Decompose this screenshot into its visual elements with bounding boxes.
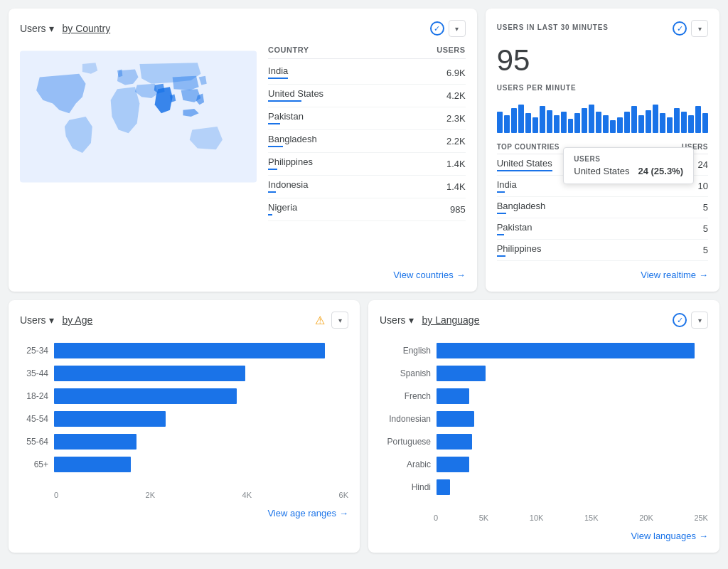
lang-x-axis-label: 0 xyxy=(434,514,438,522)
age-bar-fill xyxy=(54,457,131,472)
svg-rect-0 xyxy=(20,50,257,182)
lang-bar-fill xyxy=(437,479,450,495)
age-dropdown-btn[interactable]: ▾ xyxy=(331,312,348,329)
tooltip-value: 24 (25.3%) xyxy=(638,166,683,176)
country-value-cell: 6.9K xyxy=(446,68,466,78)
country-bar xyxy=(268,169,277,170)
age-card-header: Users ▾ by Age ⚠ ▾ xyxy=(20,312,348,329)
lang-dropdown-arrow[interactable]: ▾ xyxy=(409,314,414,326)
mini-chart-bar xyxy=(653,105,658,133)
age-bar-bg xyxy=(54,457,348,472)
lang-x-axis-label: 10K xyxy=(530,514,544,522)
country-bar xyxy=(268,146,283,147)
lang-bar-row: Hindi xyxy=(380,479,708,495)
country-card-header: Users ▾ by Country ✓ ▾ xyxy=(20,20,466,37)
country-name-cell: Bangladesh xyxy=(268,134,317,144)
age-chart: 25-34 35-44 18-24 45-54 55-64 xyxy=(20,337,348,485)
age-warn-icon: ⚠ xyxy=(313,313,327,327)
mini-chart-bar xyxy=(646,110,651,133)
mini-chart-bar xyxy=(511,108,517,133)
tooltip-label: USERS xyxy=(574,155,683,163)
rt-country-name: United States xyxy=(497,158,552,169)
lang-bar-bg xyxy=(437,479,708,495)
view-age-link[interactable]: View age ranges → xyxy=(20,508,348,519)
country-table: COUNTRY USERS India 6.9K United States 4… xyxy=(268,46,466,261)
country-table-row: Bangladesh 2.2K xyxy=(268,130,466,153)
country-bar xyxy=(268,100,301,102)
view-countries-link[interactable]: View countries → xyxy=(20,270,466,280)
rt-value-cell: 10 xyxy=(698,181,708,191)
lang-bar-fill xyxy=(437,343,695,358)
mini-chart-bar xyxy=(681,112,687,133)
country-name-cell: India xyxy=(268,65,288,76)
age-bar-row: 35-44 xyxy=(20,366,348,381)
col-users-header: USERS xyxy=(437,46,465,54)
mini-chart-bar xyxy=(603,115,609,133)
tooltip-content: United States 24 (25.3%) xyxy=(574,166,683,176)
mini-chart-bar xyxy=(547,110,552,133)
country-table-row: Nigeria 985 xyxy=(268,198,466,221)
rt-value-cell: 5 xyxy=(703,245,708,255)
country-dropdown-arrow[interactable]: ▾ xyxy=(49,23,54,34)
view-realtime-link[interactable]: View realtime → xyxy=(497,270,708,280)
mini-chart-bar xyxy=(497,112,503,133)
country-name-cell: Pakistan xyxy=(268,111,304,122)
lang-bar-fill xyxy=(437,366,486,381)
lang-x-axis-label: 25K xyxy=(694,514,708,522)
mini-chart-bar xyxy=(540,106,545,133)
rt-country-name: India xyxy=(497,179,517,190)
country-table-row: Pakistan 2.3K xyxy=(268,107,466,130)
age-title-text: Users xyxy=(20,314,46,326)
lang-x-axis-label: 5K xyxy=(479,514,488,522)
country-name-cell: Nigeria xyxy=(268,202,297,213)
country-bar xyxy=(268,78,288,79)
age-bar-row: 65+ xyxy=(20,457,348,472)
rt-country-name: Philippines xyxy=(497,243,542,254)
mini-chart-bar xyxy=(554,115,560,133)
realtime-count: 95 xyxy=(497,46,708,75)
lang-x-axis-label: 20K xyxy=(639,514,653,522)
mini-chart-bar xyxy=(660,113,665,133)
age-bar-bg xyxy=(54,388,348,404)
country-name-cell: Philippines xyxy=(268,156,313,167)
country-value-cell: 1.4K xyxy=(446,159,466,169)
age-bar-row: 18-24 xyxy=(20,388,348,404)
realtime-table-row: Philippines 5 xyxy=(497,240,708,261)
mini-chart-bar xyxy=(596,112,601,133)
mini-chart-bar xyxy=(561,112,567,133)
rt-bar xyxy=(497,213,507,214)
country-value-cell: 4.2K xyxy=(446,90,466,101)
view-realtime-arrow: → xyxy=(699,270,708,280)
mini-chart-bar xyxy=(617,117,623,133)
world-map-svg xyxy=(20,46,257,188)
realtime-dropdown-btn[interactable]: ▾ xyxy=(691,20,708,37)
view-age-arrow: → xyxy=(339,508,348,519)
country-card-title: Users ▾ by Country xyxy=(20,23,110,34)
mini-chart-bar xyxy=(518,105,524,133)
view-language-link[interactable]: View languages → xyxy=(380,531,708,541)
mini-chart-bar xyxy=(574,113,580,133)
country-dropdown-btn[interactable]: ▾ xyxy=(449,20,466,37)
age-bar-row: 25-34 xyxy=(20,343,348,358)
country-name-cell: Indonesia xyxy=(268,179,308,190)
mini-chart-bar xyxy=(631,106,637,133)
country-check-icon: ✓ xyxy=(430,21,444,36)
rt-value-cell: 24 xyxy=(698,159,708,170)
age-bar-fill xyxy=(54,366,245,381)
lang-dropdown-btn[interactable]: ▾ xyxy=(691,312,708,329)
realtime-table-row: Bangladesh 5 xyxy=(497,197,708,218)
age-dropdown-arrow[interactable]: ▾ xyxy=(49,314,54,326)
language-card-title: Users ▾ by Language xyxy=(380,314,479,326)
lang-bar-row: Spanish xyxy=(380,366,708,381)
mini-chart-bar xyxy=(624,112,630,133)
age-card: Users ▾ by Age ⚠ ▾ 25-34 35-44 18-24 xyxy=(9,300,360,553)
lang-bar-bg xyxy=(437,343,708,358)
lang-label: Arabic xyxy=(380,459,431,469)
age-bar-bg xyxy=(54,434,348,450)
mini-chart-bar xyxy=(610,120,616,133)
mini-chart-bar xyxy=(688,115,694,133)
country-header-controls: ✓ ▾ xyxy=(430,20,466,37)
lang-bar-bg xyxy=(437,434,708,450)
country-bar xyxy=(268,214,272,216)
mini-chart-bar xyxy=(525,113,531,133)
